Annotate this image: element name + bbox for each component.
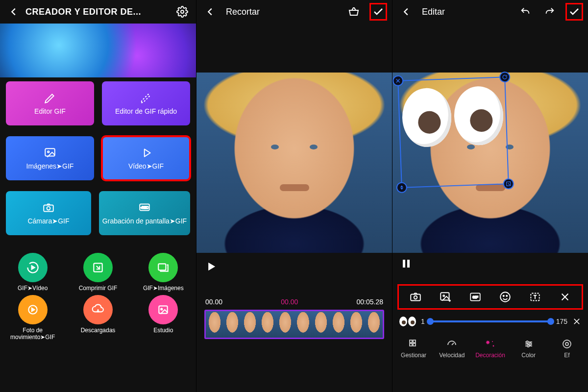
circle-label: Comprimir GIF [79,285,118,292]
svg-point-0 [181,10,184,13]
hero-banner [0,24,196,77]
time-bar: 00.00 00.00 00:05.28 [196,298,392,306]
svg-rect-10 [159,306,168,313]
circle-gif-video[interactable]: GIF➤Vídeo [6,253,60,292]
svg-point-32 [529,343,531,345]
circle-label: Foto de movimiento➤GIF [6,327,60,341]
tab-label: Velocidad [439,352,465,359]
back-icon[interactable] [397,3,415,21]
svg-rect-25 [410,340,412,343]
sticker-bounding-box[interactable] [397,76,509,188]
tab-decoracion[interactable]: Decoración [471,338,509,359]
tile-editor-gif[interactable]: Editor GIF [6,81,94,125]
time-end: 00:05.28 [357,298,384,306]
svg-point-33 [527,345,529,347]
circle-label: Descargadas [81,327,116,334]
svg-point-18 [443,295,444,296]
circle-label: GIF➤Imágenes [143,285,184,292]
tab-velocidad[interactable]: Velocidad [433,338,471,359]
tab-label: Gestionar [401,352,426,359]
tile-video-gif[interactable]: Vídeo➤GIF [102,136,190,180]
panel3-title: Editar [422,7,445,17]
timeline-strip[interactable] [204,310,384,339]
svg-text:GIF: GIF [472,295,478,299]
settings-icon[interactable] [173,3,191,21]
back-icon[interactable] [201,3,219,21]
svg-rect-15 [411,294,421,301]
tab-gestionar[interactable]: Gestionar [394,338,433,359]
svg-point-21 [500,292,510,302]
svg-point-35 [565,343,568,345]
svg-point-34 [563,340,571,348]
tile-editor-gif-rapido[interactable]: Editor de GIF rápido [102,81,190,125]
panel-home: CREADOR Y EDITOR DE... Editor GIF Editor… [0,0,196,392]
panel3-header: Editar [392,0,588,24]
svg-rect-27 [410,343,412,346]
svg-rect-8 [159,264,166,270]
redo-icon[interactable] [541,3,559,21]
tile-grabacion-gif[interactable]: •REC Grabación de pantalla➤GIF [99,191,190,235]
slider-min: 1 [421,318,425,325]
svg-text:•REC: •REC [141,206,148,209]
svg-point-31 [526,341,528,343]
circle-gif-imagenes[interactable]: GIF➤Imágenes [136,253,190,292]
panel2-title: Recortar [226,7,260,17]
basket-icon[interactable] [345,3,363,21]
svg-rect-28 [413,343,416,346]
panel2-header: Recortar [196,0,392,24]
circle-row-2: Foto de movimiento➤GIF Descargadas Estud… [0,295,196,341]
decoration-toolbar: GIF [397,284,583,310]
range-slider[interactable] [430,320,551,322]
play-button[interactable] [196,253,392,280]
handle-delete-icon[interactable] [392,75,404,86]
svg-rect-14 [407,260,410,268]
tool-emoji-icon[interactable] [495,287,515,307]
tool-camera-icon[interactable] [406,287,425,307]
tile-label: Editor GIF [34,107,66,115]
slider-close-icon[interactable] [572,317,581,326]
undo-icon[interactable] [516,3,534,21]
time-current: 00.00 [281,298,298,306]
svg-rect-26 [413,340,416,343]
frame-range-slider: 1 175 [392,314,588,329]
confirm-check-icon[interactable] [369,3,387,21]
tab-efecto[interactable]: Ef [548,338,586,359]
tile-label: Editor de GIF rápido [115,107,177,115]
tile-label: Grabación de pantalla➤GIF [102,217,187,225]
circle-descargadas[interactable]: Descargadas [71,295,125,341]
bottom-tabs: Gestionar Velocidad Decoración Color Ef [392,329,588,363]
tab-label: Decoración [475,352,505,359]
svg-rect-3 [44,205,53,212]
tile-label: Imágenes➤GIF [26,162,74,170]
circle-foto-movimiento[interactable]: Foto de movimiento➤GIF [6,295,60,341]
circle-comprimir[interactable]: Comprimir GIF [71,253,125,292]
back-icon[interactable] [5,3,23,21]
tool-close-icon[interactable] [555,287,575,307]
tile-grid: Editor GIF Editor de GIF rápido Imágenes… [0,77,196,250]
slider-handle-right[interactable] [547,318,554,325]
panel1-header: CREADOR Y EDITOR DE... [0,0,196,24]
panel-recortar: Recortar 00.00 00.00 00:05.28 [196,0,392,392]
circle-label: Estudio [153,327,173,334]
pause-button[interactable] [392,253,588,274]
tab-color[interactable]: Color [510,338,548,359]
tab-label: Color [521,352,536,359]
tool-add-image-icon[interactable] [436,287,455,307]
svg-point-2 [48,151,49,152]
tile-imagenes-gif[interactable]: Imágenes➤GIF [6,136,94,180]
confirm-check-icon[interactable] [565,3,583,21]
app-title: CREADOR Y EDITOR DE... [23,7,173,17]
video-frame [196,73,392,253]
slider-handle-left[interactable] [427,318,434,325]
tile-camara-gif[interactable]: Cámara➤GIF [6,191,91,235]
svg-point-22 [503,295,504,296]
tool-gif-icon[interactable]: GIF [466,287,485,307]
svg-point-11 [161,308,163,310]
svg-point-23 [506,295,507,296]
svg-point-4 [47,207,50,210]
tile-label: Cámara➤GIF [27,217,69,225]
tab-label: Ef [564,352,569,359]
svg-point-16 [414,296,417,299]
tool-text-icon[interactable] [525,287,545,307]
circle-estudio[interactable]: Estudio [136,295,190,341]
